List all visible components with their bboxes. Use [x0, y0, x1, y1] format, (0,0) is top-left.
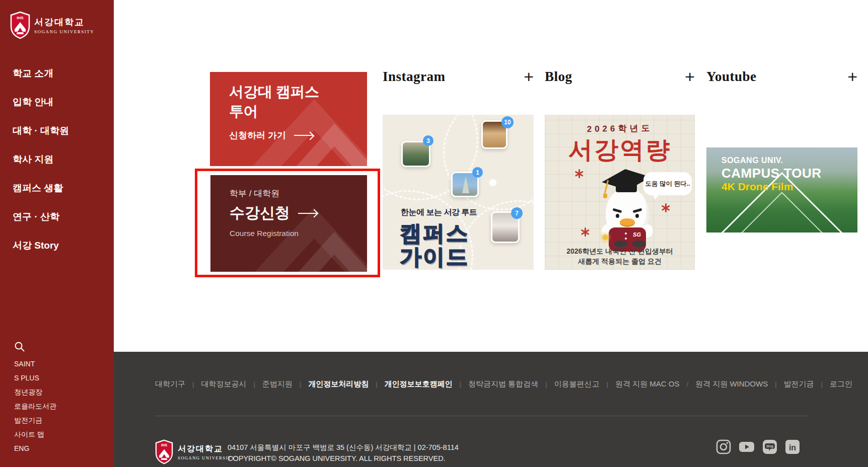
- instagram-card-title-line2: 가이드: [400, 243, 469, 270]
- youtube-thumb-line2: CAMPUS TOUR: [721, 166, 822, 181]
- footer-divider: [155, 416, 809, 416]
- footer-link[interactable]: 대학기구: [155, 379, 185, 389]
- footer-link-separator: |: [607, 380, 608, 388]
- footer: 대학기구|대학정보공시|준법지원|개인정보처리방침|개인정보보호캠페인|청탁금지…: [114, 352, 868, 467]
- naver-blog-icon[interactable]: blog: [762, 439, 777, 454]
- blog-card-caption-line2: 새롭게 적용되는 졸업 요건: [545, 257, 695, 266]
- footer-link[interactable]: 개인정보처리방침: [308, 379, 369, 389]
- youtube-thumb-line3: 4K Drone Film: [721, 181, 793, 193]
- sidebar-item-sogang-story[interactable]: 서강 Story: [13, 240, 69, 252]
- search-icon[interactable]: [14, 341, 25, 352]
- sidebar-menu: 학교 소개 입학 안내 대학 · 대학원 학사 지원 캠퍼스 생활 연구 · 산…: [13, 67, 69, 268]
- logo-shield-icon: IHS: [155, 439, 173, 464]
- footer-link-separator: |: [253, 380, 255, 388]
- quick-link-splus[interactable]: S PLUS: [14, 374, 56, 381]
- chevron-decoration: [246, 205, 367, 272]
- svg-text:IHS: IHS: [17, 16, 24, 20]
- youtube-video-thumbnail[interactable]: SOGANG UNIV. CAMPUS TOUR 4K Drone Film: [706, 147, 857, 232]
- footer-link[interactable]: 발전기금: [784, 379, 814, 389]
- linkedin-icon[interactable]: in: [785, 439, 800, 454]
- asterisk-decoration: [574, 169, 584, 178]
- blog-card-caption-line1: 2026학년도 내국인 신·편입생부터: [545, 247, 695, 256]
- youtube-header: Youtube +: [706, 66, 857, 87]
- footer-link-separator: |: [376, 380, 377, 388]
- footer-link[interactable]: 준법지원: [262, 379, 293, 389]
- footer-logo[interactable]: IHS 서강대학교 SOGANG UNIVERSITY: [155, 439, 235, 464]
- blog-card-title: 서강역량: [545, 134, 695, 166]
- footer-link[interactable]: 이용불편신고: [554, 379, 600, 389]
- svg-text:in: in: [789, 443, 796, 452]
- footer-address: 04107 서울특별시 마포구 백범로 35 (신수동) 서강대학교 | 02-…: [228, 442, 459, 453]
- footer-link[interactable]: 로그인: [830, 379, 852, 389]
- footer-social-icons: blog in: [716, 439, 800, 454]
- footer-address-block: 04107 서울특별시 마포구 백범로 35 (신수동) 서강대학교 | 02-…: [228, 442, 459, 464]
- blog-section: Blog + 2026학년도 서강역량 도움 많이 된다..: [545, 66, 695, 87]
- blog-post-card[interactable]: 2026학년도 서강역량 도움 많이 된다.. SG: [545, 115, 695, 270]
- footer-link-separator: /: [686, 380, 688, 388]
- route-dot-decoration: [489, 179, 496, 186]
- sogang-university-homepage: IHS 서강대학교 SOGANG UNIVERSITY 학교 소개 입학 안내 …: [0, 0, 868, 467]
- quick-link-loyola-library[interactable]: 로욜라도서관: [14, 403, 56, 410]
- youtube-plus-icon[interactable]: +: [847, 69, 857, 84]
- instagram-section: Instagram + 3 1 10 7 한눈에 보는 서강 루트 캠퍼스 가이…: [383, 66, 534, 87]
- youtube-icon[interactable]: [739, 439, 755, 454]
- chevron-decoration: [246, 95, 367, 166]
- footer-copyright: COPYRIGHT© SOGANG UNIVERSITY. ALL RIGHTS…: [228, 453, 459, 464]
- sidebar-item-campus-life[interactable]: 캠퍼스 생활: [13, 182, 69, 194]
- footer-link[interactable]: 원격 지원 MAC OS: [615, 379, 680, 389]
- footer-link[interactable]: 청탁금지법 통합검색: [468, 379, 538, 389]
- footer-link-separator: |: [300, 380, 301, 388]
- instagram-heading: Instagram: [383, 69, 446, 85]
- footer-link-separator: |: [821, 380, 823, 388]
- route-badge: 7: [511, 207, 523, 219]
- logo-title: 서강대학교: [34, 16, 94, 28]
- course-registration-card[interactable]: 학부 / 대학원 수강신청 Course Registration: [210, 175, 367, 272]
- footer-links: 대학기구|대학정보공시|준법지원|개인정보처리방침|개인정보보호캠페인|청탁금지…: [155, 379, 852, 389]
- blog-header: Blog +: [545, 66, 695, 87]
- instagram-card-caption: 한눈에 보는 서강 루트: [401, 207, 477, 218]
- footer-link[interactable]: 원격 지원 WINDOWS: [695, 379, 768, 389]
- youtube-thumb-line1: SOGANG UNIV.: [721, 156, 783, 165]
- mascot-badge: SG: [633, 231, 641, 238]
- course-card-subtitle: 학부 / 대학원: [230, 188, 367, 199]
- sidebar-item-academic-support[interactable]: 학사 지원: [13, 153, 69, 166]
- quick-link-saint[interactable]: SAINT: [14, 360, 56, 367]
- sidebar: IHS 서강대학교 SOGANG UNIVERSITY 학교 소개 입학 안내 …: [0, 0, 114, 467]
- youtube-section: Youtube + SOGANG UNIV. CAMPUS TOUR 4K Dr…: [706, 66, 857, 87]
- instagram-post-card[interactable]: 3 1 10 7 한눈에 보는 서강 루트 캠퍼스 가이드: [383, 115, 534, 270]
- instagram-plus-icon[interactable]: +: [524, 69, 534, 84]
- footer-link[interactable]: 개인정보보호캠페인: [385, 379, 453, 389]
- mascot-speech-bubble: 도움 많이 된다..: [643, 172, 692, 195]
- university-logo[interactable]: IHS 서강대학교 SOGANG UNIVERSITY: [10, 11, 94, 39]
- sidebar-item-admissions[interactable]: 입학 안내: [13, 96, 69, 108]
- footer-logo-subtitle: SOGANG UNIVERSITY: [178, 455, 235, 460]
- footer-link-separator: |: [545, 380, 547, 388]
- footer-link-separator: |: [460, 380, 461, 388]
- quick-link-sitemap[interactable]: 사이트 맵: [14, 431, 56, 438]
- youtube-heading: Youtube: [706, 69, 757, 85]
- campus-tour-card[interactable]: 서강대 캠퍼스 투어 신청하러 가기: [210, 72, 367, 166]
- footer-logo-title: 서강대학교: [178, 444, 235, 454]
- instagram-header: Instagram +: [383, 66, 534, 87]
- footer-link-separator: |: [775, 380, 776, 388]
- logo-text: 서강대학교 SOGANG UNIVERSITY: [34, 16, 94, 34]
- footer-link-separator: |: [192, 380, 194, 388]
- logo-subtitle: SOGANG UNIVERSITY: [34, 29, 94, 34]
- blog-plus-icon[interactable]: +: [685, 69, 695, 84]
- svg-text:blog: blog: [766, 444, 773, 448]
- blog-heading: Blog: [545, 69, 572, 85]
- quick-link-development-fund[interactable]: 발전기금: [14, 417, 56, 424]
- quick-link-youth-plaza[interactable]: 청년광장: [14, 388, 56, 396]
- route-badge: 10: [501, 116, 514, 128]
- sidebar-item-colleges-graduate[interactable]: 대학 · 대학원: [13, 125, 69, 137]
- sidebar-item-school-intro[interactable]: 학교 소개: [13, 67, 69, 80]
- svg-text:IHS: IHS: [161, 443, 167, 447]
- footer-link[interactable]: 대학정보공시: [201, 379, 246, 389]
- route-badge: 3: [423, 135, 433, 146]
- sidebar-quick-links: SAINT S PLUS 청년광장 로욜라도서관 발전기금 사이트 맵 ENG: [14, 360, 56, 452]
- instagram-icon[interactable]: [716, 439, 731, 454]
- logo-shield-icon: IHS: [10, 11, 30, 39]
- sidebar-item-research-industry[interactable]: 연구 · 산학: [13, 211, 69, 223]
- sidebar-bottom: SAINT S PLUS 청년광장 로욜라도서관 발전기금 사이트 맵 ENG: [14, 341, 56, 459]
- quick-link-eng[interactable]: ENG: [14, 445, 56, 452]
